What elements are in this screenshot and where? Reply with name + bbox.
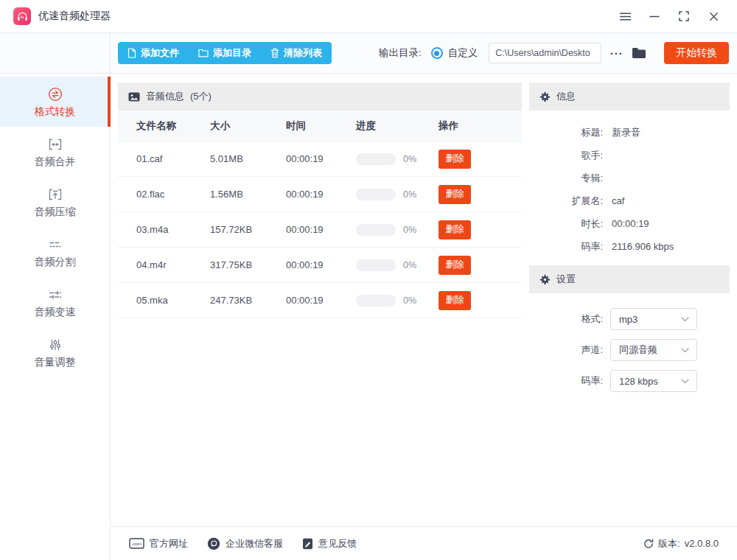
file-name: 05.mka	[136, 295, 210, 306]
toolbar-left-stub	[0, 33, 111, 73]
info-field-artist: 歌手:	[529, 144, 730, 167]
delete-button[interactable]: 删除	[439, 220, 471, 239]
volume-adjust-icon	[47, 336, 63, 354]
sidebar-item-volume-adjust[interactable]: 音量调整	[0, 327, 110, 377]
custom-radio-label[interactable]: 自定义	[448, 46, 478, 60]
channel-select-value: 同源音频	[619, 343, 681, 357]
settings-panel-header: 设置	[529, 265, 730, 293]
add-directory-button[interactable]: 添加目录	[189, 42, 261, 64]
output-path-input[interactable]	[489, 43, 601, 63]
table-row: 04.m4r 317.75KB 00:00:19 0% 删除	[118, 248, 522, 283]
bitrate-select-value: 128 kbps	[619, 376, 681, 387]
info-field-bitrate: 码率: 2116.906 kbps	[529, 235, 730, 258]
field-label: 格式:	[529, 312, 603, 326]
progress-bar	[356, 189, 396, 200]
official-website-link[interactable]: .com 官方网址	[129, 537, 188, 550]
close-icon[interactable]	[699, 4, 728, 28]
start-convert-button[interactable]: 开始转换	[664, 42, 729, 64]
format-select[interactable]: mp3	[610, 308, 697, 330]
folder-icon	[198, 49, 209, 57]
field-label: 专辑:	[529, 172, 603, 185]
custom-radio[interactable]	[431, 47, 443, 59]
info-field-album: 专辑:	[529, 167, 730, 189]
channel-select[interactable]: 同源音频	[610, 339, 697, 361]
sidebar-item-audio-split[interactable]: 音频分割	[0, 227, 110, 277]
website-label: 官方网址	[150, 537, 188, 550]
delete-button[interactable]: 删除	[439, 185, 471, 204]
col-size: 大小	[210, 119, 286, 133]
file-duration: 00:00:19	[286, 224, 356, 235]
file-size: 247.73KB	[210, 295, 286, 306]
audio-list-count: (5个)	[190, 90, 212, 103]
audio-split-icon	[47, 236, 63, 253]
table-row: 01.caf 5.01MB 00:00:19 0% 删除	[118, 141, 522, 177]
output-dir-label: 输出目录:	[379, 46, 422, 60]
delete-button[interactable]: 删除	[439, 150, 471, 169]
delete-button[interactable]: 删除	[439, 291, 471, 310]
toolbar-main: 添加文件 添加目录 清除列表 输出目录: 自定义 ··· 开始转换	[111, 33, 737, 73]
browse-more-button[interactable]: ···	[607, 47, 626, 60]
table-row: 05.mka 247.73KB 00:00:19 0% 删除	[118, 283, 522, 318]
update-refresh-icon[interactable]	[643, 539, 654, 549]
file-actions-group: 添加文件 添加目录 清除列表	[118, 42, 332, 64]
field-label: 歌手:	[529, 149, 603, 162]
field-label: 扩展名:	[529, 195, 603, 208]
feedback-icon	[302, 538, 313, 550]
sidebar-item-audio-speed[interactable]: 音频变速	[0, 277, 110, 327]
add-file-button[interactable]: 添加文件	[118, 42, 189, 64]
file-duration: 00:00:19	[286, 153, 356, 164]
table-row: 03.m4a 157.72KB 00:00:19 0% 删除	[118, 212, 522, 248]
file-name: 03.m4a	[136, 224, 210, 235]
sidebar: 格式转换 音频合并 音频压缩 音频分割	[0, 74, 111, 560]
table-header: 文件名称 大小 时间 进度 操作	[118, 111, 522, 141]
wechat-chat-icon	[207, 537, 220, 550]
open-folder-icon[interactable]	[632, 47, 646, 59]
sidebar-item-label: 音频压缩	[35, 206, 76, 219]
progress-percent: 0%	[403, 260, 416, 270]
menu-icon[interactable]	[610, 4, 640, 28]
info-field-title: 标题: 新录音	[529, 121, 730, 144]
right-panel: 信息 标题: 新录音 歌手: 专辑: 扩展名: caf 时长: 00:00:19…	[529, 83, 730, 517]
maximize-icon[interactable]	[669, 4, 699, 28]
chevron-down-icon	[681, 348, 689, 353]
settings-fields: 格式: mp3 声道: 同源音频 码率: 128 kbps	[529, 293, 730, 407]
progress-bar	[356, 153, 396, 165]
info-panel-title: 信息	[556, 90, 576, 103]
trash-icon	[270, 48, 279, 58]
info-fields: 标题: 新录音 歌手: 专辑: 扩展名: caf 时长: 00:00:19 码率…	[529, 111, 730, 265]
table-row: 02.flac 1.56MB 00:00:19 0% 删除	[118, 177, 522, 212]
minimize-icon[interactable]	[640, 4, 669, 28]
progress-percent: 0%	[403, 154, 416, 164]
feedback-link[interactable]: 意见反馈	[302, 537, 357, 550]
progress-percent: 0%	[403, 189, 416, 200]
progress-bar	[356, 295, 396, 307]
field-label: 声道:	[529, 343, 603, 357]
delete-button[interactable]: 删除	[439, 256, 471, 275]
clear-list-label: 清除列表	[284, 46, 322, 60]
radio-dot	[434, 51, 439, 56]
format-convert-icon	[47, 85, 63, 103]
wechat-support-link[interactable]: 企业微信客服	[207, 537, 283, 550]
audio-speed-icon	[47, 286, 63, 304]
field-value: 00:00:19	[612, 218, 649, 229]
version-info: 版本: v2.0.8.0	[643, 537, 719, 550]
sidebar-item-label: 音量调整	[35, 356, 76, 369]
file-name: 04.m4r	[136, 259, 210, 270]
app-logo-headphones-icon	[13, 7, 31, 25]
field-value: 新录音	[612, 126, 640, 139]
info-field-duration: 时长: 00:00:19	[529, 212, 730, 235]
sidebar-item-format-convert[interactable]: 格式转换	[0, 77, 110, 127]
settings-panel-title: 设置	[556, 273, 576, 286]
clear-list-button[interactable]: 清除列表	[261, 42, 332, 64]
file-duration: 00:00:19	[286, 189, 356, 200]
col-time: 时间	[286, 119, 356, 133]
feedback-label: 意见反馈	[318, 537, 357, 550]
gear-icon	[539, 274, 551, 285]
titlebar: 优速音频处理器	[0, 0, 737, 33]
sidebar-item-audio-merge[interactable]: 音频合并	[0, 127, 110, 177]
version-value: v2.0.8.0	[685, 538, 719, 549]
chevron-down-icon	[681, 317, 689, 322]
format-select-value: mp3	[619, 314, 681, 325]
bitrate-select[interactable]: 128 kbps	[610, 370, 697, 392]
sidebar-item-audio-compress[interactable]: 音频压缩	[0, 177, 110, 227]
